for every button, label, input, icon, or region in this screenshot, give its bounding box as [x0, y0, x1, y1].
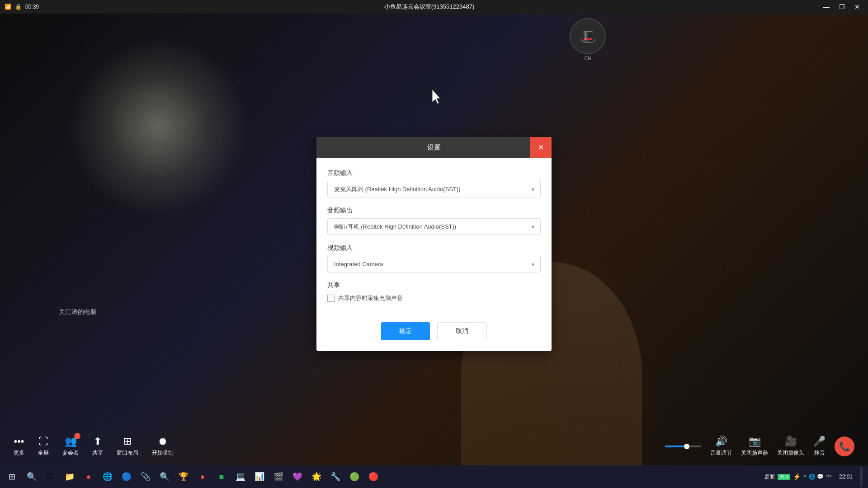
taskbar-desktop-label[interactable]: 桌面: [764, 473, 775, 481]
taskbar-app-2[interactable]: 📁: [61, 467, 79, 487]
share-label: 共享: [327, 282, 541, 290]
taskbar-app-13[interactable]: 🎬: [269, 467, 288, 487]
share-section: 共享 共享内容时采集电脑声音: [327, 282, 541, 302]
dialog-title: 设置: [427, 143, 441, 152]
dialog-body: 音频输入 麦克风阵列 (Realtek High Definition Audi…: [316, 158, 552, 322]
taskbar-right: 桌面 95% ⚡ ^ 🌐 💬 中 22:01: [764, 467, 866, 487]
audio-input-label: 音频输入: [327, 169, 541, 177]
audio-output-select[interactable]: 喇叭/耳机 (Realtek High Definition Audio(SST…: [327, 218, 541, 235]
taskbar-app-15[interactable]: 🌟: [307, 467, 326, 487]
taskbar: ⊞ 🔍 🛡 📁 ● 🌐 🔵 📎 🔍 🏆 ● ■ 💻 📊 🎬 💜 🌟 🔧 🟢 🔴 …: [0, 465, 868, 488]
taskbar-power-icon: ⚡: [793, 473, 801, 480]
taskbar-app-1[interactable]: 🛡: [42, 467, 60, 487]
taskbar-app-9[interactable]: ●: [193, 467, 212, 487]
taskbar-app-5[interactable]: 🔵: [118, 467, 136, 487]
video-input-select-wrapper: Integrated Camera: [327, 256, 541, 272]
taskbar-app-8[interactable]: 🏆: [175, 467, 193, 487]
cursor: [432, 89, 443, 106]
taskbar-app-10[interactable]: ■: [212, 467, 231, 487]
taskbar-app-17[interactable]: 🟢: [345, 467, 363, 487]
taskbar-notification-area: 🌐 💬: [809, 474, 824, 480]
video-input-label: 视频输入: [327, 244, 541, 252]
dialog-header: 设置 ✕: [316, 137, 552, 158]
video-input-section: 视频输入 Integrated Camera: [327, 244, 541, 272]
share-audio-label[interactable]: 共享内容时采集电脑声音: [338, 294, 403, 302]
taskbar-search[interactable]: 🔍: [23, 467, 41, 487]
taskbar-app-3[interactable]: ●: [80, 467, 98, 487]
dialog-close-button[interactable]: ✕: [530, 137, 552, 158]
svg-marker-0: [432, 89, 440, 104]
show-desktop-button[interactable]: [860, 467, 863, 487]
taskbar-app-14[interactable]: 💜: [288, 467, 307, 487]
audio-input-select[interactable]: 麦克风阵列 (Realtek High Definition Audio(SST…: [327, 181, 541, 197]
video-input-select[interactable]: Integrated Camera: [327, 256, 541, 272]
taskbar-app-7[interactable]: 🔍: [156, 467, 174, 487]
confirm-button[interactable]: 确定: [381, 322, 430, 340]
taskbar-expand-icon[interactable]: ^: [803, 474, 806, 479]
audio-output-label: 音频输出: [327, 206, 541, 215]
dialog-overlay: 设置 ✕ 音频输入 麦克风阵列 (Realtek High Definition…: [0, 0, 868, 488]
cancel-button[interactable]: 取消: [437, 322, 487, 340]
taskbar-app-12[interactable]: 📊: [250, 467, 269, 487]
taskbar-clock: 22:01: [835, 474, 857, 480]
settings-dialog: 设置 ✕ 音频输入 麦克风阵列 (Realtek High Definition…: [316, 137, 552, 351]
audio-output-select-wrapper: 喇叭/耳机 (Realtek High Definition Audio(SST…: [327, 218, 541, 235]
share-checkbox-row: 共享内容时采集电脑声音: [327, 294, 541, 302]
taskbar-app-18[interactable]: 🔴: [364, 467, 382, 487]
taskbar-app-4[interactable]: 🌐: [99, 467, 117, 487]
taskbar-app-16[interactable]: 🔧: [326, 467, 344, 487]
audio-output-section: 音频输出 喇叭/耳机 (Realtek High Definition Audi…: [327, 206, 541, 235]
audio-input-section: 音频输入 麦克风阵列 (Realtek High Definition Audi…: [327, 169, 541, 197]
taskbar-battery: 95%: [778, 474, 790, 480]
taskbar-app-11[interactable]: 💻: [231, 467, 250, 487]
taskbar-input-method[interactable]: 中: [826, 473, 832, 481]
taskbar-app-6[interactable]: 📎: [137, 467, 155, 487]
dialog-footer: 确定 取消: [316, 322, 552, 351]
audio-input-select-wrapper: 麦克风阵列 (Realtek High Definition Audio(SST…: [327, 181, 541, 197]
share-audio-checkbox[interactable]: [327, 295, 335, 302]
start-button[interactable]: ⊞: [2, 467, 22, 487]
